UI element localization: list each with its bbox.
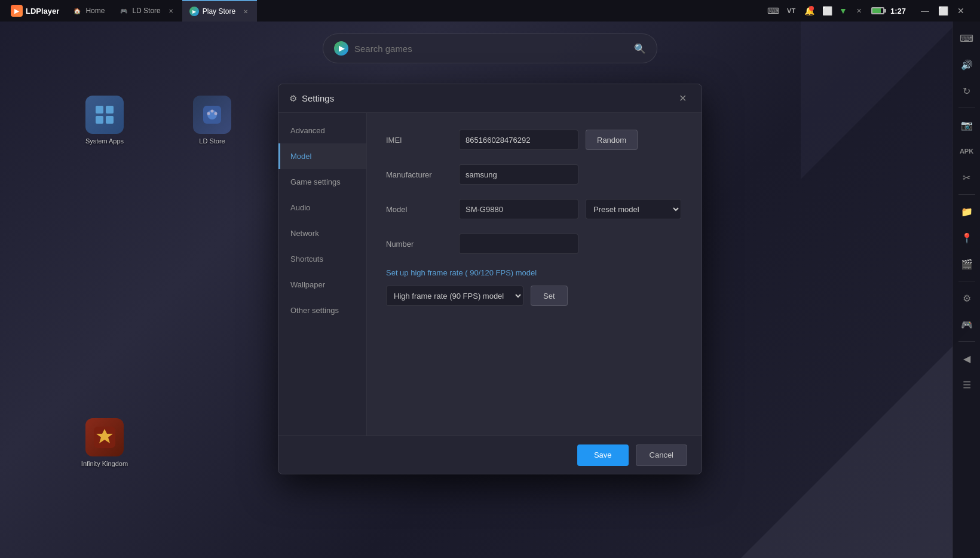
- settings-header-icon: ⚙: [289, 93, 297, 104]
- manufacturer-row: Manufacturer: [386, 164, 682, 185]
- imei-row: IMEI Random: [386, 130, 682, 150]
- nav-other-settings[interactable]: Other settings: [278, 298, 366, 323]
- set-button[interactable]: Set: [531, 286, 568, 306]
- nav-wallpaper[interactable]: Wallpaper: [278, 272, 366, 298]
- model-settings-content: IMEI Random Manufacturer Model Preset mo…: [367, 113, 702, 436]
- number-row: Number: [386, 234, 682, 254]
- model-label: Model: [386, 205, 452, 214]
- fps-setup-link[interactable]: Set up high frame rate ( 90/120 FPS) mod…: [386, 268, 682, 277]
- modal-close-button[interactable]: ✕: [674, 90, 691, 107]
- nav-game-settings[interactable]: Game settings: [278, 169, 366, 195]
- nav-advanced[interactable]: Advanced: [278, 118, 366, 143]
- nav-model[interactable]: Model: [278, 143, 366, 169]
- random-button[interactable]: Random: [586, 130, 638, 150]
- imei-input[interactable]: [459, 130, 578, 150]
- manufacturer-input[interactable]: [459, 164, 578, 185]
- manufacturer-label: Manufacturer: [386, 170, 452, 179]
- modal-title: Settings: [302, 93, 674, 103]
- cancel-button[interactable]: Cancel: [636, 444, 687, 466]
- nav-audio[interactable]: Audio: [278, 195, 366, 220]
- fps-model-select[interactable]: High frame rate (90 FPS) model High fram…: [386, 286, 523, 306]
- preset-model-select[interactable]: Preset model: [586, 199, 681, 219]
- modal-body: Advanced Model Game settings Audio Netwo…: [278, 113, 702, 436]
- number-input[interactable]: [459, 234, 578, 254]
- nav-network[interactable]: Network: [278, 220, 366, 246]
- imei-label: IMEI: [386, 136, 452, 145]
- modal-footer: Save Cancel: [278, 436, 702, 474]
- model-input[interactable]: [459, 199, 578, 219]
- nav-shortcuts[interactable]: Shortcuts: [278, 246, 366, 272]
- fps-row: High frame rate (90 FPS) model High fram…: [386, 286, 682, 306]
- settings-modal: ⚙ Settings ✕ Advanced Model Game setting…: [278, 84, 702, 474]
- settings-nav: Advanced Model Game settings Audio Netwo…: [278, 113, 367, 436]
- modal-overlay: ⚙ Settings ✕ Advanced Model Game setting…: [0, 0, 980, 558]
- model-row: Model Preset model: [386, 199, 682, 219]
- save-button[interactable]: Save: [577, 444, 629, 466]
- number-label: Number: [386, 240, 452, 249]
- modal-header: ⚙ Settings ✕: [278, 84, 702, 113]
